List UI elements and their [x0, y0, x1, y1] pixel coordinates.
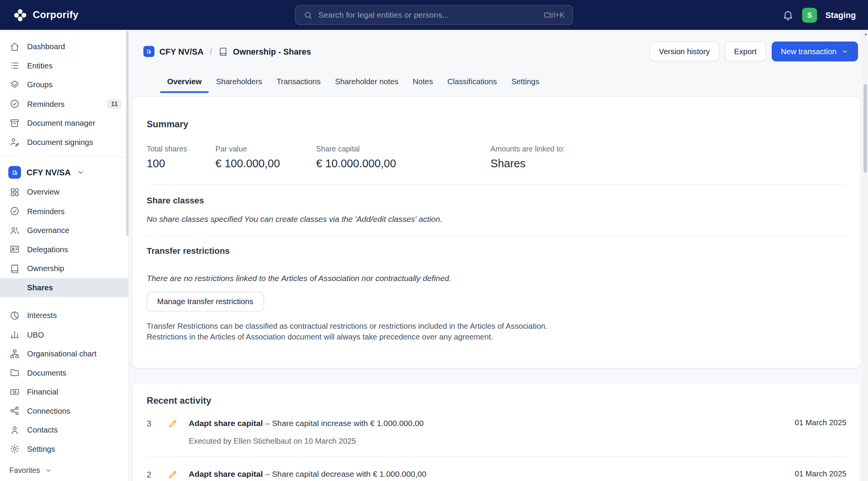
sidebar-item-label: Reminders	[27, 207, 65, 216]
sidebar-item-settings[interactable]: Settings	[0, 439, 129, 459]
app-root: Corporify Ctrl+K S Staging Dashboard Ent…	[0, 0, 868, 481]
sidebar-scrollbar[interactable]	[126, 31, 129, 236]
tab-classifications[interactable]: Classifications	[446, 77, 498, 93]
sidebar-item-shares[interactable]: Shares	[0, 278, 129, 297]
sidebar-item-connections[interactable]: Connections	[0, 401, 129, 421]
sidebar-item-label: Entities	[27, 61, 53, 70]
sidebar-item-interests[interactable]: Interests	[0, 306, 129, 325]
sidebar-item-entity-reminders[interactable]: Reminders	[0, 201, 129, 221]
check-circle-icon	[9, 98, 20, 109]
breadcrumb-entity[interactable]: CFY NV/SA	[159, 47, 204, 56]
search-shortcut: Ctrl+K	[544, 11, 565, 19]
tab-transactions[interactable]: Transactions	[275, 77, 322, 93]
org-chart-icon	[9, 348, 20, 359]
book-icon	[218, 47, 228, 57]
sidebar-item-governance[interactable]: Governance	[0, 221, 129, 240]
sidebar-item-dashboard[interactable]: Dashboard	[0, 37, 129, 56]
tab-notes[interactable]: Notes	[412, 77, 434, 93]
topbar: Corporify Ctrl+K S Staging	[0, 0, 868, 30]
export-button[interactable]: Export	[725, 42, 766, 62]
manage-transfer-restrictions-button[interactable]: Manage transfer restrictions	[147, 291, 264, 311]
building-icon	[145, 48, 152, 55]
user-signature-icon	[9, 137, 20, 147]
pencil-icon	[168, 470, 178, 480]
new-transaction-button[interactable]: New transaction	[771, 42, 858, 62]
tab-label: Notes	[413, 77, 433, 86]
entities-icon	[9, 60, 20, 71]
activity-row[interactable]: 2 Adapt share capital – Share capital de…	[147, 469, 846, 481]
sidebar-item-label: Document manager	[27, 118, 95, 127]
sidebar-item-label: Overview	[27, 188, 60, 196]
summary-card: Summary Total shares 100 Par value € 100…	[132, 96, 861, 368]
building-icon	[11, 168, 18, 176]
new-transaction-label: New transaction	[781, 47, 836, 56]
stat-value: € 100.000,00	[215, 157, 316, 170]
global-search[interactable]: Ctrl+K	[295, 5, 573, 25]
home-icon	[9, 42, 20, 52]
sidebar-item-entities[interactable]: Entities	[0, 56, 129, 75]
sidebar-divider	[0, 156, 129, 157]
section-divider	[147, 184, 846, 185]
gear-icon	[9, 444, 20, 454]
stat-share-capital: Share capital € 10.000.000,00	[316, 145, 491, 170]
tab-label: Shareholders	[216, 77, 262, 86]
sidebar-item-ubo[interactable]: UBO	[0, 325, 129, 344]
sidebar-item-ownership[interactable]: Ownership	[0, 259, 129, 278]
activity-executed-by: Executed by Ellen Stichelbaut on 10 Marc…	[189, 436, 795, 445]
recent-activity-title: Recent activity	[147, 396, 846, 406]
id-card-icon	[9, 244, 20, 255]
breadcrumb-separator: /	[210, 47, 212, 56]
bar-chart-icon	[9, 329, 20, 340]
book-icon	[9, 263, 20, 273]
sidebar-item-delegations[interactable]: Delegations	[0, 240, 129, 259]
share-classes-title: Share classes	[147, 196, 846, 206]
sidebar-spacer	[0, 297, 129, 306]
sidebar-item-financial[interactable]: Financial	[0, 382, 129, 401]
brand[interactable]: Corporify	[13, 8, 79, 22]
header-actions: Version history Export New transaction	[649, 42, 858, 62]
sidebar-item-organisational-chart[interactable]: Organisational chart	[0, 344, 129, 363]
tab-shareholders[interactable]: Shareholders	[215, 77, 264, 93]
stat-value: 100	[147, 157, 215, 170]
search-input[interactable]	[318, 10, 538, 19]
page-scrollbar-thumb[interactable]	[863, 84, 867, 173]
sidebar-item-label: Reminders	[27, 100, 65, 108]
version-history-button[interactable]: Version history	[649, 42, 719, 62]
banknote-icon	[9, 386, 20, 397]
activity-description: – Share capital decrease with € 1.000.00…	[265, 470, 426, 479]
stat-value: € 10.000.000,00	[316, 157, 491, 170]
sidebar-item-label: Groups	[27, 80, 53, 89]
tab-settings[interactable]: Settings	[510, 77, 541, 93]
sidebar-item-document-signings[interactable]: Document signings	[0, 133, 129, 152]
sidebar-item-document-manager[interactable]: Document manager	[0, 113, 129, 133]
note-line: Transfer Restrictions can be classified …	[147, 320, 846, 331]
sidebar-item-label: Shares	[27, 283, 53, 292]
sidebar-item-label: Connections	[27, 406, 70, 415]
tab-overview[interactable]: Overview	[166, 77, 203, 93]
activity-row[interactable]: 3 Adapt share capital – Share capital in…	[147, 418, 846, 446]
sidebar-item-groups[interactable]: Groups	[0, 75, 129, 95]
activity-main: Adapt share capital – Share capital decr…	[189, 469, 795, 481]
entity-switcher[interactable]: CFY NV/SA	[0, 162, 129, 183]
main-content: CFY NV/SA / Ownership - Shares Version h…	[130, 30, 868, 481]
favorites-toggle[interactable]: Favorites	[0, 461, 128, 481]
tab-bar: Overview Shareholders Transactions Share…	[166, 77, 868, 93]
user-avatar[interactable]: S	[802, 7, 817, 22]
sidebar-item-reminders[interactable]: Reminders 11	[0, 94, 129, 113]
people-icon	[9, 225, 20, 235]
pie-icon	[9, 310, 20, 321]
sidebar-item-label: Dashboard	[27, 42, 65, 51]
sidebar-item-documents[interactable]: Documents	[0, 363, 129, 383]
bell-icon[interactable]	[782, 9, 794, 21]
sidebar-item-overview[interactable]: Overview	[0, 183, 129, 202]
tab-shareholder-notes[interactable]: Shareholder notes	[334, 77, 399, 93]
sidebar-item-label: Delegations	[27, 245, 68, 254]
page-scrollbar[interactable]: ▲	[863, 30, 868, 481]
scroll-up-arrow[interactable]: ▲	[863, 32, 868, 37]
activity-meta: 01 March 2025	[795, 418, 846, 427]
sidebar-item-contacts[interactable]: Contacts	[0, 420, 129, 439]
activity-meta: 01 March 2025 1	[795, 469, 846, 481]
summary-title: Summary	[147, 119, 846, 129]
breadcrumb: CFY NV/SA / Ownership - Shares	[144, 46, 311, 57]
environment-label: Staging	[825, 10, 856, 20]
